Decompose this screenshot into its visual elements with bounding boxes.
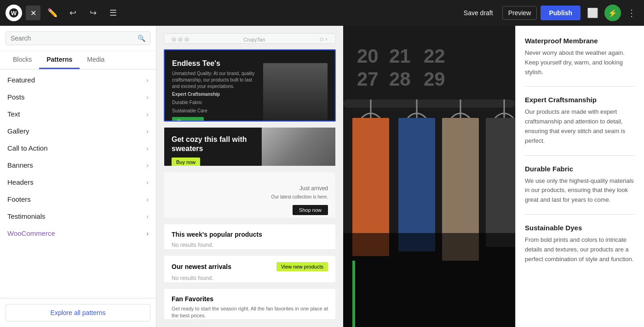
chevron-right-icon: › — [146, 93, 149, 101]
tab-patterns[interactable]: Patterns — [39, 51, 80, 69]
card3-eyebrow: Just arrived — [299, 185, 328, 192]
card5-no-results: No results found. — [172, 275, 328, 281]
sidebar-item-call-to-action[interactable]: Call to Action › — [0, 140, 156, 157]
dot-yellow — [178, 37, 183, 42]
card1-title: Endless Tee's — [172, 59, 258, 68]
pattern-card-popular[interactable]: This week's popular products No results … — [164, 224, 336, 250]
card1-shop-button[interactable]: Shop now — [172, 117, 204, 121]
sidebar-item-label: WooCommerce — [7, 229, 55, 237]
search-box: 🔍 — [6, 31, 150, 45]
svg-text:21: 21 — [389, 45, 411, 67]
svg-rect-13 — [398, 118, 435, 251]
sidebar-item-woocommerce[interactable]: WooCommerce › — [0, 225, 156, 242]
card2-shop-button[interactable]: Buy now — [172, 158, 200, 166]
sidebar-item-label: Gallery — [7, 127, 29, 135]
layout-toggle-button[interactable]: ⬜ — [584, 5, 601, 21]
pattern-card-just-arrived[interactable]: Just arrived Our latest collection is he… — [164, 172, 336, 218]
sidebar-item-banners[interactable]: Banners › — [0, 157, 156, 174]
list-view-button[interactable]: ☰ — [105, 5, 121, 21]
card2-left: Get cozy this fall with sweaters Buy now — [164, 128, 262, 167]
card2-content: Get cozy this fall with sweaters Buy now — [164, 128, 335, 167]
sidebar-item-label: Featured — [7, 76, 35, 84]
wp-logo: W — [6, 5, 22, 21]
canvas-controls: ⊙ × — [320, 36, 328, 42]
card2-title: Get cozy this fall with sweaters — [172, 135, 254, 154]
card1-desc1: Unmatched Quality: At our brand, quality… — [172, 70, 258, 90]
sidebar-item-label: Headers — [7, 178, 34, 186]
sidebar: 🔍 Blocks Patterns Media Featured › Posts… — [0, 26, 156, 327]
card5-content: Our newest arrivals View new products No… — [164, 256, 335, 283]
close-button[interactable]: ✕ — [26, 6, 40, 20]
card6-title: Fan Favorites — [172, 295, 213, 303]
tab-media[interactable]: Media — [80, 51, 112, 69]
search-icon: 🔍 — [138, 35, 145, 42]
topbar: W ✕ ✏️ ↩ ↪ ☰ Save draft Preview Publish … — [0, 0, 644, 26]
dot-red — [172, 37, 176, 42]
hanger-photo: 20 21 22 27 28 29 — [343, 26, 515, 327]
card1-content: Endless Tee's Unmatched Quality: At our … — [165, 50, 335, 121]
svg-text:20: 20 — [357, 45, 379, 67]
explore-all-patterns-button[interactable]: Explore all patterns — [6, 304, 150, 321]
sidebar-item-posts[interactable]: Posts › — [0, 88, 156, 105]
sidebar-item-label: Footers — [7, 195, 31, 203]
sidebar-tabs: Blocks Patterns Media — [0, 51, 156, 70]
sidebar-item-featured[interactable]: Featured › — [0, 71, 156, 88]
pattern-card-fan-favorites[interactable]: Fan Favorites Get ready to start the sea… — [164, 288, 336, 320]
more-options-button[interactable]: ⋮ — [625, 6, 638, 20]
feature-title: Waterproof Membrane — [525, 37, 635, 45]
card2-image-bg — [262, 128, 335, 167]
hanger-svg: 20 21 22 27 28 29 — [343, 26, 515, 327]
svg-rect-19 — [352, 261, 355, 327]
canvas-header: CropyTan ⊙ × — [164, 34, 335, 44]
tab-blocks[interactable]: Blocks — [6, 51, 39, 69]
svg-text:28: 28 — [389, 68, 411, 90]
card6-text: Get ready to start the season right. All… — [172, 305, 328, 320]
card4-title: This week's popular products — [172, 231, 262, 238]
search-section: 🔍 — [0, 26, 156, 51]
pattern-card-sweaters[interactable]: Get cozy this fall with sweaters Buy now — [164, 127, 336, 167]
feature-waterproof: Waterproof Membrane Never worry about th… — [525, 37, 635, 87]
undo-button[interactable]: ↩ — [64, 5, 81, 21]
chevron-right-icon: › — [146, 128, 149, 135]
card4-content: This week's popular products No results … — [164, 224, 335, 250]
edit-icon-button[interactable]: ✏️ — [44, 5, 61, 21]
svg-text:27: 27 — [357, 68, 379, 90]
preview-button[interactable]: Preview — [502, 6, 537, 20]
feature-durable-fabric: Durable Fabric We use only the highest-q… — [525, 165, 635, 215]
card5-view-button[interactable]: View new products — [276, 262, 328, 271]
feature-title: Expert Craftsmanship — [525, 96, 635, 104]
card1-image-inner — [263, 63, 328, 122]
card3-shop-button[interactable]: Shop now — [293, 205, 328, 215]
svg-text:22: 22 — [424, 45, 445, 67]
bolt-button[interactable]: ⚡ — [604, 5, 621, 21]
chevron-right-icon: › — [146, 196, 149, 203]
patterns-list: CropyTan ⊙ × Endless Tee's Unmatched Qua… — [156, 26, 343, 327]
search-input[interactable] — [11, 35, 134, 42]
card1-image — [263, 63, 328, 122]
sidebar-item-footers[interactable]: Footers › — [0, 191, 156, 208]
pattern-card-newest[interactable]: Our newest arrivals View new products No… — [164, 255, 336, 283]
sidebar-item-gallery[interactable]: Gallery › — [0, 123, 156, 140]
pattern-card-endless-tees[interactable]: Endless Tee's Unmatched Quality: At our … — [164, 49, 336, 121]
sidebar-item-label: Text — [7, 110, 20, 118]
sidebar-item-text[interactable]: Text › — [0, 105, 156, 123]
sidebar-item-label: Testimonials — [7, 212, 46, 220]
canvas-url: CropyTan — [243, 37, 265, 42]
sidebar-item-label: Posts — [7, 93, 25, 101]
sidebar-item-headers[interactable]: Headers › — [0, 174, 156, 191]
main-canvas-image: 20 21 22 27 28 29 — [343, 26, 515, 327]
main-area: 🔍 Blocks Patterns Media Featured › Posts… — [0, 26, 644, 327]
save-draft-button[interactable]: Save draft — [458, 6, 499, 19]
publish-button[interactable]: Publish — [540, 6, 581, 20]
canvas-preview: CropyTan ⊙ × — [164, 33, 336, 44]
redo-button[interactable]: ↪ — [85, 5, 101, 21]
feature-desc: From bold prints and colors to intricate… — [525, 235, 635, 264]
card6-header: Fan Favorites — [172, 295, 328, 303]
card4-header: This week's popular products — [172, 231, 328, 238]
chevron-right-icon: › — [146, 76, 149, 84]
sidebar-item-testimonials[interactable]: Testimonials › — [0, 208, 156, 225]
card3-subtitle: Our latest collection is here. — [271, 194, 328, 199]
feature-title: Sustainable Dyes — [525, 224, 635, 232]
feature-title: Durable Fabric — [525, 165, 635, 173]
card1-text: Endless Tee's Unmatched Quality: At our … — [172, 59, 258, 121]
